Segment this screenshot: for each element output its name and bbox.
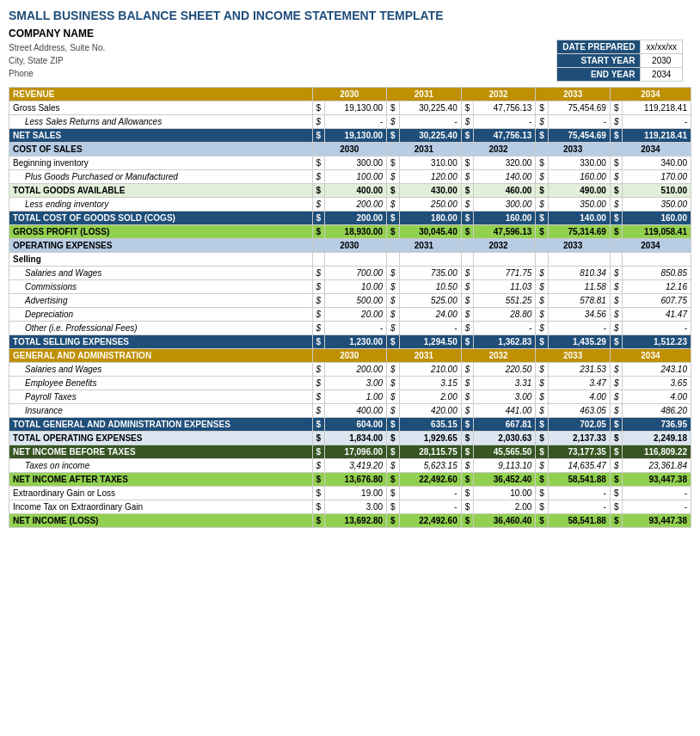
- net-after-taxes-row: NET INCOME AFTER TAXES $13,676.80 $22,49…: [9, 473, 691, 487]
- total-ga-label: TOTAL GENERAL AND ADMINISTRATION EXPENSE…: [9, 418, 313, 432]
- revenue-year-2034: 2034: [610, 88, 691, 101]
- gen-admin-label: GENERAL AND ADMINISTRATION: [9, 349, 313, 363]
- gs-2030: 19,130.00: [325, 101, 387, 115]
- net-before-taxes-label: NET INCOME BEFORE TAXES: [9, 445, 313, 459]
- less-sales-label: Less Sales Returns and Allowances: [9, 115, 313, 129]
- revenue-header-row: REVENUE 2030 2031 2032 2033 2034: [9, 88, 691, 101]
- depreciation-label: Depreciation: [9, 308, 313, 322]
- revenue-year-2032: 2032: [461, 88, 536, 101]
- gs-2033: 75,454.69: [548, 101, 610, 115]
- total-ga-row: TOTAL GENERAL AND ADMINISTRATION EXPENSE…: [9, 418, 691, 432]
- beginning-inventory-row: Beginning inventory $300.00 $310.00 $320…: [9, 156, 691, 170]
- gs-2031: 30,225.40: [399, 101, 461, 115]
- start-year-value: 2030: [641, 54, 683, 68]
- commissions-row: Commissions $10.00 $10.50 $11.03 $11.58 …: [9, 280, 691, 294]
- gross-sales-label: Gross Sales: [9, 101, 313, 115]
- salaries-wages-sell-label: Salaries and Wages: [9, 267, 313, 280]
- salaries-wages-ga-row: Salaries and Wages $200.00 $210.00 $220.…: [9, 363, 691, 377]
- net-before-taxes-row: NET INCOME BEFORE TAXES $17,096.00 $28,1…: [9, 445, 691, 459]
- operating-expenses-label: OPERATING EXPENSES: [9, 239, 313, 253]
- extraordinary-gain-row: Extraordinary Gain or Loss $19.00 $- $10…: [9, 487, 691, 500]
- company-name: COMPANY NAME: [9, 28, 691, 40]
- payroll-taxes-label: Payroll Taxes: [9, 390, 313, 404]
- header: SMALL BUSINESS BALANCE SHEET AND INCOME …: [9, 9, 691, 80]
- advertising-row: Advertising $500.00 $525.00 $551.25 $578…: [9, 294, 691, 308]
- net-income-loss-label: NET INCOME (LOSS): [9, 514, 313, 528]
- total-goods-row: TOTAL GOODS AVAILABLE $400.00 $430.00 $4…: [9, 184, 691, 198]
- end-year-value: 2034: [641, 68, 683, 82]
- net-sales-label: NET SALES: [9, 129, 313, 143]
- other-fees-label: Other (i.e. Professional Fees): [9, 322, 313, 335]
- less-sales-returns-row: Less Sales Returns and Allowances $- $- …: [9, 115, 691, 129]
- plus-goods-row: Plus Goods Purchased or Manufactured $10…: [9, 170, 691, 184]
- net-after-taxes-label: NET INCOME AFTER TAXES: [9, 473, 313, 487]
- gross-profit-row: GROSS PROFIT (LOSS) $18,930.00 $30,045.4…: [9, 225, 691, 239]
- gen-admin-header-row: GENERAL AND ADMINISTRATION 2030 2031 203…: [9, 349, 691, 363]
- taxes-on-income-row: Taxes on income $3,419.20 $5,623.15 $9,1…: [9, 459, 691, 473]
- end-year-label: END YEAR: [557, 68, 641, 82]
- cost-of-sales-label: COST OF SALES: [9, 143, 313, 156]
- revenue-year-2033: 2033: [536, 88, 611, 101]
- less-ending-label: Less ending inventory: [9, 198, 313, 212]
- plus-goods-label: Plus Goods Purchased or Manufactured: [9, 170, 313, 184]
- income-tax-extraordinary-row: Income Tax on Extraordinary Gain $3.00 $…: [9, 500, 691, 514]
- gs-2034: 119,218.41: [623, 101, 691, 115]
- date-info: DATE PREPARED xx/xx/xx START YEAR 2030 E…: [556, 40, 683, 82]
- revenue-label: REVENUE: [9, 88, 313, 101]
- date-prepared-label: DATE PREPARED: [557, 40, 641, 54]
- total-goods-label: TOTAL GOODS AVAILABLE: [9, 184, 313, 198]
- gross-sales-row: Gross Sales $19,130.00 $30,225.40 $47,75…: [9, 101, 691, 115]
- net-sales-row: NET SALES $19,130.00 $30,225.40 $47,756.…: [9, 129, 691, 143]
- total-cogs-row: TOTAL COST OF GOODS SOLD (COGS) $200.00 …: [9, 212, 691, 225]
- operating-expenses-header-row: OPERATING EXPENSES 2030 2031 2032 2033 2…: [9, 239, 691, 253]
- gs-2032: 47,756.13: [474, 101, 536, 115]
- revenue-year-2031: 2031: [387, 88, 462, 101]
- date-table: DATE PREPARED xx/xx/xx START YEAR 2030 E…: [556, 40, 683, 82]
- total-operating-row: TOTAL OPERATING EXPENSES $1,834.00 $1,92…: [9, 432, 691, 445]
- total-cogs-label: TOTAL COST OF GOODS SOLD (COGS): [9, 212, 313, 225]
- employee-benefits-row: Employee Benefits $3.00 $3.15 $3.31 $3.4…: [9, 377, 691, 390]
- financial-table: REVENUE 2030 2031 2032 2033 2034 Gross S…: [9, 87, 691, 528]
- total-selling-row: TOTAL SELLING EXPENSES $1,230.00 $1,294.…: [9, 335, 691, 349]
- cost-of-sales-header-row: COST OF SALES 2030 2031 2032 2033 2034: [9, 143, 691, 156]
- taxes-on-income-label: Taxes on income: [9, 459, 313, 473]
- advertising-label: Advertising: [9, 294, 313, 308]
- gross-profit-label: GROSS PROFIT (LOSS): [9, 225, 313, 239]
- net-income-loss-row: NET INCOME (LOSS) $13,692.80 $22,492.60 …: [9, 514, 691, 528]
- depreciation-row: Depreciation $20.00 $24.00 $28.80 $34.56…: [9, 308, 691, 322]
- employee-benefits-label: Employee Benefits: [9, 377, 313, 390]
- start-year-label: START YEAR: [557, 54, 641, 68]
- payroll-taxes-row: Payroll Taxes $1.00 $2.00 $3.00 $4.00 $4…: [9, 390, 691, 404]
- other-fees-row: Other (i.e. Professional Fees) $- $- $- …: [9, 322, 691, 335]
- extraordinary-gain-label: Extraordinary Gain or Loss: [9, 487, 313, 500]
- selling-subheader-row: Selling: [9, 253, 691, 267]
- less-ending-row: Less ending inventory $200.00 $250.00 $3…: [9, 198, 691, 212]
- salaries-wages-sell-row: Salaries and Wages $700.00 $735.00 $771.…: [9, 267, 691, 280]
- date-prepared-value: xx/xx/xx: [641, 40, 683, 54]
- insurance-row: Insurance $400.00 $420.00 $441.00 $463.0…: [9, 404, 691, 418]
- total-operating-label: TOTAL OPERATING EXPENSES: [9, 432, 313, 445]
- insurance-label: Insurance: [9, 404, 313, 418]
- total-selling-label: TOTAL SELLING EXPENSES: [9, 335, 313, 349]
- selling-label: Selling: [9, 253, 313, 267]
- commissions-label: Commissions: [9, 280, 313, 294]
- income-tax-extraordinary-label: Income Tax on Extraordinary Gain: [9, 500, 313, 514]
- revenue-year-2030: 2030: [312, 88, 387, 101]
- beginning-inventory-label: Beginning inventory: [9, 156, 313, 170]
- salaries-wages-ga-label: Salaries and Wages: [9, 363, 313, 377]
- page-title: SMALL BUSINESS BALANCE SHEET AND INCOME …: [9, 9, 691, 22]
